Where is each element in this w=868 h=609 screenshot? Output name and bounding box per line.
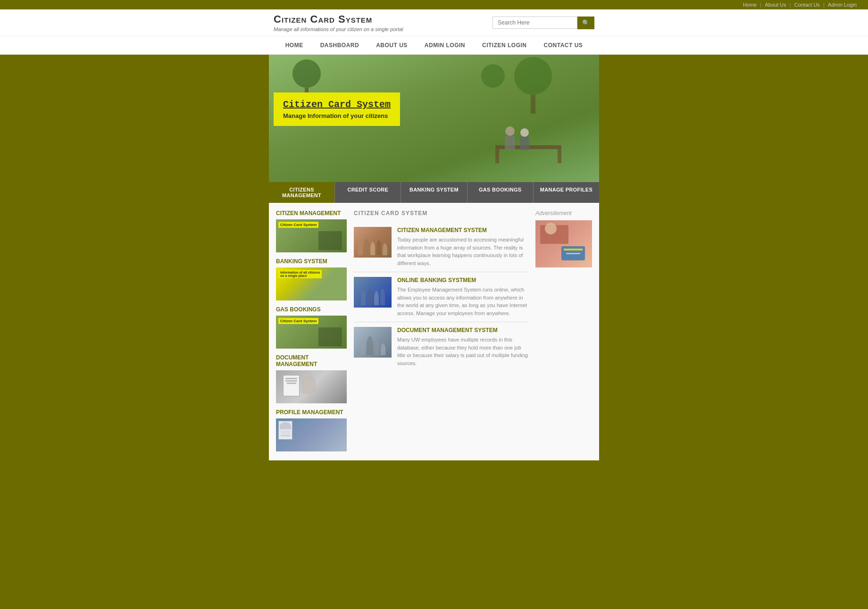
ad-image bbox=[535, 220, 592, 267]
topbar-about-link[interactable]: About Us bbox=[765, 2, 786, 8]
site-title: Citizen Card System bbox=[274, 13, 403, 25]
top-bar: Home | About Us | Contact Us | Admin Log… bbox=[0, 0, 868, 9]
article-3-content: DOCUMENT MANAGEMENT SYSTEM Many UW emplo… bbox=[397, 327, 528, 367]
article-3-text: Many UW employees have multiple records … bbox=[397, 336, 528, 367]
article-2-content: ONLINE BANKING SYSTMEM The Employee Mana… bbox=[397, 277, 528, 317]
nav-citizen-login[interactable]: CITIZEN LOGIN bbox=[474, 36, 535, 54]
nav-contact[interactable]: CONTACT US bbox=[535, 36, 592, 54]
article-banking: ONLINE BANKING SYSTMEM The Employee Mana… bbox=[354, 272, 528, 322]
section-header: CITIZEN CARD SYSTEM bbox=[354, 210, 528, 217]
sidebar-citizen-mgmt-img: Citizen Card System bbox=[276, 219, 347, 252]
sidebar-doc-title: DOCUMENT MANAGEMENT bbox=[276, 354, 347, 367]
article-3-title: DOCUMENT MANAGEMENT SYSTEM bbox=[397, 327, 528, 334]
sidebar-banking-img: Information of all citizenson a single p… bbox=[276, 267, 347, 300]
article-citizen-mgmt: CITIZEN MANAGEMENT SYSTEM Today people a… bbox=[354, 222, 528, 272]
left-sidebar: CITIZEN MANAGEMENT Citizen Card System B… bbox=[276, 210, 347, 453]
sidebar-profile-title: PROFILE MANAGEMENT bbox=[276, 409, 347, 416]
sidebar-citizen-mgmt-title: CITIZEN MANAGEMENT bbox=[276, 210, 347, 217]
sidebar-img-label-1: Information of all citizenson a single p… bbox=[278, 270, 322, 278]
nav-admin-login[interactable]: ADMIN LOGIN bbox=[416, 36, 474, 54]
article-img-3 bbox=[354, 327, 392, 358]
search-input[interactable] bbox=[492, 17, 577, 29]
topbar-admin-link[interactable]: Admin Login bbox=[828, 2, 857, 8]
search-box: 🔍 bbox=[492, 17, 594, 29]
sidebar-img-label-2: Citizen Card System bbox=[278, 318, 318, 324]
search-button[interactable]: 🔍 bbox=[577, 17, 594, 29]
main-wrapper: Citizen Card System Manage Information o… bbox=[269, 55, 599, 460]
sidebar-gas-img: Citizen Card System bbox=[276, 316, 347, 349]
content-section: CITIZEN MANAGEMENT Citizen Card System B… bbox=[269, 203, 599, 460]
hero-subtitle: Manage Information of your citizens bbox=[283, 112, 391, 119]
right-sidebar: Adversitement bbox=[535, 210, 592, 453]
site-branding: Citizen Card System Manage all informati… bbox=[274, 13, 403, 32]
sidebar-img-label-0: Citizen Card System bbox=[278, 222, 318, 228]
site-subtitle: Manage all informations of your citizen … bbox=[274, 26, 403, 32]
tree-decoration-3 bbox=[481, 64, 505, 88]
tab-citizens-management[interactable]: CITIZENS MANAGEMENT bbox=[269, 182, 335, 203]
tab-credit-score[interactable]: CREDIT SCORE bbox=[335, 182, 401, 203]
topbar-contact-link[interactable]: Contact Us bbox=[794, 2, 819, 8]
article-1-content: CITIZEN MANAGEMENT SYSTEM Today people a… bbox=[397, 227, 528, 267]
tabs-bar: CITIZENS MANAGEMENT CREDIT SCORE BANKING… bbox=[269, 182, 599, 203]
ad-title: Adversitement bbox=[535, 210, 592, 217]
nav-home[interactable]: HOME bbox=[277, 36, 312, 54]
sidebar-doc-img bbox=[276, 370, 347, 403]
article-2-title: ONLINE BANKING SYSTMEM bbox=[397, 277, 528, 284]
middle-content: CITIZEN CARD SYSTEM CITIZEN MANAGEMENT S… bbox=[354, 210, 528, 453]
sidebar-gas-title: GAS BOOKINGS bbox=[276, 306, 347, 313]
nav-about[interactable]: ABOUT US bbox=[367, 36, 416, 54]
sidebar-banking-title: BANKING SYSTEM bbox=[276, 258, 347, 265]
tab-manage-profiles[interactable]: MANAGE PROFILES bbox=[534, 182, 599, 203]
hero-banner: Citizen Card System Manage Information o… bbox=[269, 55, 599, 182]
header: Citizen Card System Manage all informati… bbox=[0, 9, 868, 36]
article-2-text: The Employee Management System runs onli… bbox=[397, 286, 528, 317]
topbar-home-link[interactable]: Home bbox=[743, 2, 757, 8]
article-document: DOCUMENT MANAGEMENT SYSTEM Many UW emplo… bbox=[354, 322, 528, 372]
article-img-2 bbox=[354, 277, 392, 308]
article-1-text: Today people are accustomed to accessing… bbox=[397, 236, 528, 267]
hero-title: Citizen Card System bbox=[283, 99, 391, 110]
nav-dashboard[interactable]: DASHBOARD bbox=[312, 36, 368, 54]
tab-gas-bookings[interactable]: GAS BOOKINGS bbox=[467, 182, 534, 203]
nav-bar: HOME DASHBOARD ABOUT US ADMIN LOGIN CITI… bbox=[0, 36, 868, 55]
tree-decoration-2 bbox=[514, 57, 552, 114]
bench-scene bbox=[495, 126, 561, 163]
hero-text-box: Citizen Card System Manage Information o… bbox=[274, 92, 400, 126]
sidebar-profile-img bbox=[276, 418, 347, 451]
article-img-1 bbox=[354, 227, 392, 258]
article-1-title: CITIZEN MANAGEMENT SYSTEM bbox=[397, 227, 528, 234]
tab-banking-system[interactable]: BANKING SYSTEM bbox=[401, 182, 467, 203]
